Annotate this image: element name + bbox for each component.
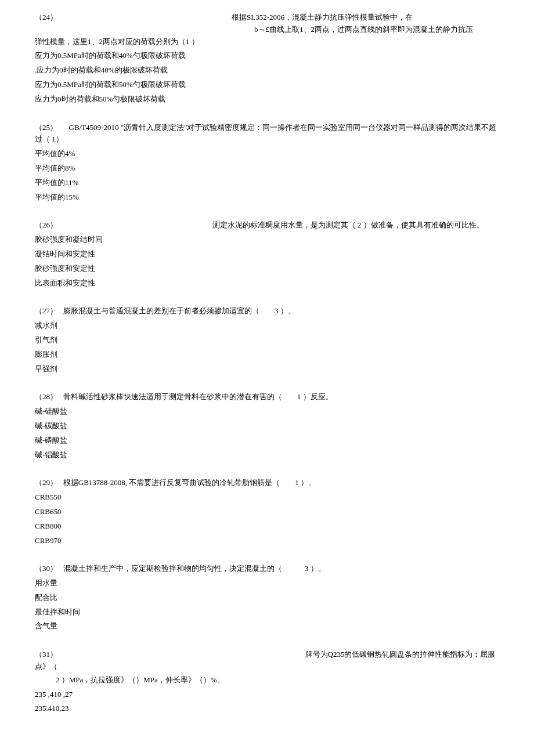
q29-text: 根据GB13788-2008, 不需要进行反复弯曲试验的冷轧带肋钢筋是（ 1 ）… [63,478,316,487]
q30-option-d: 含气量 [35,620,499,632]
q31-option-a: 235 ,410 ,27 [35,689,499,701]
q26-number: （26） [35,220,57,229]
q28-option-a: 碱-硅酸盐 [35,406,499,418]
q24-option-a: 应力为0.5MPa时的荷载和40%勺极限破坏荷载 [35,50,499,62]
question-31: （31） 牌号为Q235的低碳钢热轧圆盘条的拉伸性能指标为：屈服点》（ 2 ）M… [35,649,499,715]
q27-option-c: 膨胀剂 [35,349,499,361]
q26-text: 测定水泥的标准稠度用水量，是为测定其（ 2 ）做准备，使其具有准确的可比性。 [212,220,484,229]
q24-text-line3: 弹性模量，这里1、2两点对应的荷载分别为（1 ） [35,36,499,48]
question-29: （29） 根据GB13788-2008, 不需要进行反复弯曲试验的冷轧带肋钢筋是… [35,477,499,547]
q27-option-d: 早强剂 [35,363,499,375]
q29-option-a: CRB550 [35,491,499,504]
q30-option-b: 配合比 [35,592,499,604]
q24-number: （24） [35,12,57,24]
q25-option-d: 平均值的15% [35,191,499,204]
q24-text-line1: 根据SL352-2006，混凝土静力抗压弹性模量试验中，在 [232,12,413,24]
q25-option-b: 平均值的8% [35,162,499,175]
q24-option-b: .应力为0时的荷载和40%的极限破坏荷载 [35,64,499,77]
q24-option-d: 应力为0时的荷载和50%勺极限破坏荷载 [35,93,499,106]
q28-option-b: 碱-碳酸盐 [35,420,499,432]
question-27: （27） 膨胀混凝土与普通混凝土的差别在于前者必须掺加适宜的（ 3 ）。 减水剂… [35,305,499,375]
question-25: （25） GB/T4509-2010 "沥青针入度测定法"对于试验精密度规定：同… [35,122,499,204]
q24-text-line2: b～£曲线上取1、2两点，过两点直线的斜率即为混凝土的静力抗压 [254,24,499,36]
q30-option-a: 用水量 [35,577,499,589]
q26-option-d: 比表面积和安定性 [35,277,499,290]
q25-option-a: 平均值的4% [35,148,499,160]
q27-option-a: 减水剂 [35,320,499,332]
q26-option-c: 胶砂强度和安定性 [35,263,499,275]
q29-option-d: CRB970 [35,535,499,547]
q28-number: （28） [35,392,57,401]
q30-text: 混凝土拌和生产中，应定期检验拌和物的均匀性，决定混凝土的（ 3 ）。 [63,564,326,573]
question-28: （28） 骨料碱活性砂浆棒快速法适用于测定骨料在砂浆中的潜在有害的（ 1 ）反应… [35,391,499,461]
question-26: （26） 测定水泥的标准稠度用水量，是为测定其（ 2 ）做准备，使其具有准确的可… [35,219,499,289]
q29-option-c: CRB800 [35,520,499,533]
q27-text: 膨胀混凝土与普通混凝土的差别在于前者必须掺加适宜的（ 3 ）。 [63,306,295,315]
q29-option-b: CRB650 [35,506,499,518]
q31-option-b: 235.410,23 [35,703,499,715]
q31-number: （31） [35,650,57,659]
q28-option-c: 碱-磷酸盐 [35,435,499,447]
q30-number: （30） [35,564,57,573]
q27-option-b: 引气剂 [35,334,499,346]
q25-option-c: 平均值的11% [35,177,499,189]
q28-option-d: 碱-铝酸盐 [35,449,499,461]
q28-text: 骨料碱活性砂浆棒快速法适用于测定骨料在砂浆中的潜在有害的（ 1 ）反应。 [63,392,333,401]
question-30: （30） 混凝土拌和生产中，应定期检验拌和物的均匀性，决定混凝土的（ 3 ）。 … [35,563,499,632]
q26-option-a: 胶砂强度和凝结时间 [35,234,499,246]
q30-option-c: 最佳拌和时间 [35,606,499,618]
q25-text: GB/T4509-2010 "沥青针入度测定法"对于试验精密度规定：同一操作者在… [35,123,496,144]
question-24: （24） 根据SL352-2006，混凝土静力抗压弹性模量试验中，在 b～£曲线… [35,12,499,106]
q29-number: （29） [35,478,57,487]
q24-option-c: 应力为0.5MPa时的荷载和50%勺极限破坏荷载 [35,79,499,91]
q25-number: （25） [35,123,57,132]
q31-text-line1: 牌号为Q235的低碳钢热轧圆盘条的拉伸性能指标为：屈服点》（ [35,650,495,671]
q27-number: （27） [35,306,57,315]
q26-option-b: 凝结时间和安定性 [35,248,499,261]
q31-text-line2: 2 ）MPa，抗拉强度》（）MPa，伸长率》（）%。 [56,674,499,686]
